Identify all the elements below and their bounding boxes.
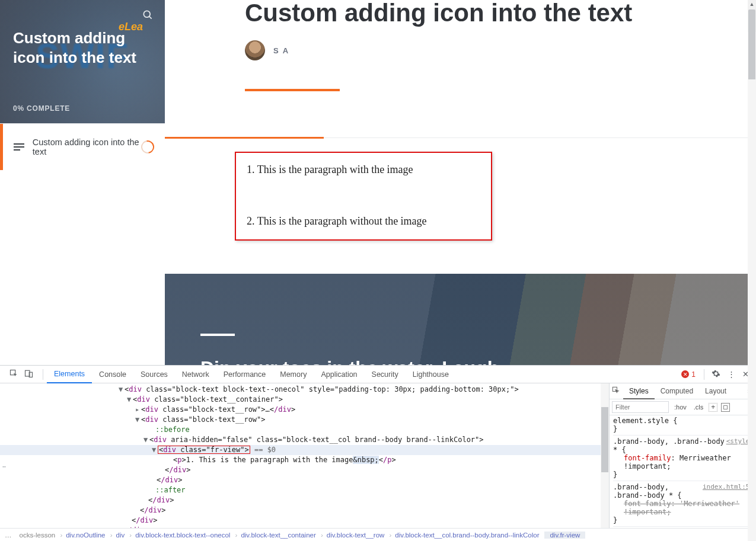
box-model-icon[interactable] — [721, 403, 730, 412]
lesson-item[interactable]: Custom adding icon into the text — [0, 124, 165, 170]
tab-security[interactable]: Security — [365, 366, 406, 383]
breadcrumb-item[interactable]: div.fr-view — [544, 532, 585, 539]
styles-panel: Styles Computed Layout » :hov .cls + ele… — [609, 383, 756, 528]
dom-tree-panel[interactable]: ⋯ ▼<div class="block-text block-text--on… — [0, 383, 609, 528]
inspect-icon[interactable] — [610, 386, 623, 396]
dom-node[interactable]: ▼<div class="block-text__container"> — [0, 395, 609, 405]
tab-console[interactable]: Console — [92, 366, 133, 383]
styles-tabs: Styles Computed Layout » — [610, 383, 756, 399]
devtools-tabs: Elements Console Sources Network Perform… — [0, 366, 756, 383]
inspect-element-icon[interactable] — [9, 369, 18, 380]
styles-scrollbar[interactable] — [748, 32, 756, 541]
svg-point-0 — [143, 11, 150, 17]
dom-node[interactable]: ▼<div aria-hidden="false" class="block-t… — [0, 435, 609, 445]
svg-line-1 — [149, 17, 152, 19]
dom-node[interactable]: <p>1. This is the paragraph with the ima… — [0, 455, 609, 465]
dom-scrollbar[interactable] — [601, 383, 609, 528]
dom-node[interactable]: </div> — [0, 505, 609, 516]
styles-filter-row: :hov .cls + — [610, 399, 756, 415]
paragraph-2: 2. This is the paragraph without the ima… — [247, 214, 480, 229]
breadcrumb-item[interactable]: ocks-lesson — [14, 532, 61, 539]
tab-sources[interactable]: Sources — [133, 366, 175, 383]
kebab-menu-icon[interactable]: ⋮ — [728, 370, 735, 379]
styles-rules[interactable]: element.style { } <style> .brand--body, … — [610, 415, 756, 528]
hov-toggle[interactable]: :hov — [672, 404, 688, 411]
styles-tab-styles[interactable]: Styles — [623, 383, 655, 399]
tab-network[interactable]: Network — [175, 366, 216, 383]
new-style-rule-icon[interactable]: + — [709, 403, 717, 412]
error-icon: ✕ — [681, 370, 689, 378]
highlighted-text-block: 1. This is the paragraph with the image … — [235, 152, 492, 241]
author-row: S A — [165, 26, 756, 60]
styles-filter-input[interactable] — [612, 401, 669, 413]
breadcrumb-item[interactable]: div — [111, 532, 130, 539]
breadcrumb-item[interactable]: div.block-text__col.brand--body.brand--l… — [390, 532, 544, 539]
course-title: Custom adding icon into the text — [13, 28, 153, 67]
breadcrumb-item[interactable]: div.block-text.block-text--onecol — [130, 532, 235, 539]
sidebar: eLea SWIF Custom adding icon into the te… — [0, 0, 165, 365]
styles-tab-computed[interactable]: Computed — [655, 383, 699, 399]
dom-node[interactable]: ::after — [0, 485, 609, 495]
dom-node[interactable]: </div> — [0, 495, 609, 505]
tab-memory[interactable]: Memory — [273, 366, 314, 383]
dom-breadcrumb[interactable]: …ocks-lessondiv.noOutlinedivdiv.block-te… — [0, 528, 756, 541]
breadcrumb-item[interactable]: div.noOutline — [60, 532, 110, 539]
accent-bar — [245, 89, 340, 91]
devtools: Elements Console Sources Network Perform… — [0, 365, 756, 541]
dom-node[interactable]: ▼<div class="block-text__row"> — [0, 415, 609, 425]
main-content: Custom adding icon into the text S A 1. … — [165, 0, 756, 365]
dom-node[interactable]: </div> — [0, 516, 609, 526]
tab-lighthouse[interactable]: Lighthouse — [406, 366, 456, 383]
dom-node[interactable]: ::before — [0, 425, 609, 435]
breadcrumb-item[interactable]: div.block-text__container — [235, 532, 321, 539]
dom-node[interactable]: ▼<div class="block-text block-text--onec… — [0, 385, 609, 395]
hero-banner: Dip your toes in the water. Laugh — [165, 274, 748, 365]
tab-elements[interactable]: Elements — [47, 366, 92, 383]
lesson-list: Custom adding icon into the text — [0, 123, 165, 365]
device-toolbar-icon[interactable] — [24, 369, 33, 380]
progress-label: 0% COMPLETE — [13, 104, 70, 113]
hero-title: Dip your toes in the water. Laugh — [200, 357, 499, 365]
scroll-up-icon[interactable]: ▲ — [748, 0, 756, 8]
article-title: Custom adding icon into the text — [165, 0, 756, 26]
author-name: S A — [273, 46, 289, 55]
dom-node[interactable]: </div> — [0, 475, 609, 485]
settings-icon[interactable] — [712, 369, 720, 380]
dom-node[interactable]: </div> — [0, 526, 609, 528]
tab-performance[interactable]: Performance — [216, 366, 273, 383]
search-icon[interactable] — [139, 6, 157, 24]
avatar — [245, 40, 265, 60]
paragraph-1: 1. This is the paragraph with the image — [247, 162, 480, 177]
accent-underline — [165, 137, 324, 139]
overflow-dots-icon: ⋯ — [2, 462, 7, 472]
dom-node[interactable]: </div> — [0, 465, 609, 475]
dom-node[interactable]: ▼<div class="fr-view"> == $0 — [0, 445, 601, 455]
dom-node[interactable]: ▸<div class="block-text__row">…</div> — [0, 405, 609, 415]
sidebar-header: eLea SWIF Custom adding icon into the te… — [0, 0, 165, 123]
hamburger-icon — [14, 143, 24, 151]
tab-application[interactable]: Application — [314, 366, 364, 383]
cls-toggle[interactable]: .cls — [692, 404, 706, 411]
hero-rule — [200, 334, 235, 336]
breadcrumb-item[interactable]: div.block-text__row — [321, 532, 390, 539]
error-count[interactable]: ✕ 1 — [677, 370, 700, 379]
styles-tab-layout[interactable]: Layout — [699, 383, 732, 399]
lesson-item-label: Custom adding icon into the text — [33, 137, 154, 156]
